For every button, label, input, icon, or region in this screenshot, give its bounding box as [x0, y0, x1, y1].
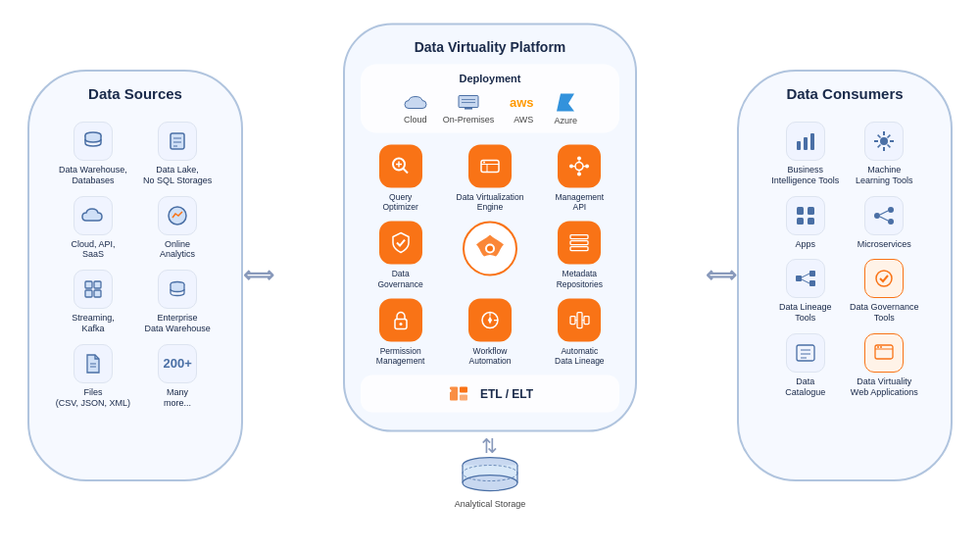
vertical-arrows: ⇅	[481, 436, 498, 456]
svg-rect-51	[450, 387, 458, 401]
storage-icon	[456, 456, 524, 499]
svg-rect-66	[808, 207, 814, 215]
enterprise-dw-icon	[158, 270, 197, 309]
svg-text:aws: aws	[510, 95, 534, 110]
deploy-azure: Azure	[553, 92, 578, 125]
list-item: MachineLearning Tools	[850, 122, 919, 186]
data-virtualization-icon	[468, 145, 512, 188]
deploy-cloud-label: Cloud	[404, 115, 427, 125]
feature-label: Data VirtualizationEngine	[457, 192, 524, 212]
feature-label: QueryOptimizer	[382, 192, 417, 212]
platform-container: Data Virtuality Platform Deployment Clou…	[343, 24, 637, 509]
svg-rect-75	[809, 271, 815, 276]
list-item: DataCatalogue	[770, 333, 840, 398]
svg-point-54	[448, 389, 451, 392]
bi-tools-icon	[786, 122, 825, 161]
feature-workflow: WorkflowAutomation	[450, 298, 529, 365]
management-api-icon	[558, 145, 601, 188]
feature-label: MetadataRepositories	[557, 269, 603, 288]
storage-label: Analytical Storage	[455, 499, 526, 509]
svg-rect-65	[797, 207, 804, 215]
consumer-item-label: Data LineageTools	[779, 302, 832, 324]
list-item: Data GovernanceTools	[850, 259, 919, 324]
svg-point-31	[585, 165, 589, 169]
source-item-label: EnterpriseData Warehouse	[144, 313, 210, 334]
source-item-label: Data Warehouse,Databases	[59, 165, 127, 186]
list-item: Data Lake,No SQL Storages	[140, 122, 215, 186]
web-apps-icon	[864, 333, 904, 373]
svg-line-72	[880, 211, 888, 215]
streaming-icon	[74, 270, 113, 309]
svg-point-28	[577, 157, 581, 161]
data-catalogue-icon	[786, 333, 825, 373]
analytics-icon	[158, 196, 197, 235]
permission-icon	[379, 298, 422, 341]
feature-label: ManagementAPI	[556, 192, 605, 212]
deployment-title: Deployment	[460, 73, 521, 84]
svg-point-86	[877, 346, 879, 348]
center-logo-icon	[463, 222, 517, 276]
arrow-symbol: ⟺	[243, 263, 274, 288]
svg-rect-68	[808, 218, 814, 225]
metadata-icon	[558, 222, 601, 265]
data-lineage-icon	[786, 259, 825, 298]
svg-rect-53	[460, 395, 467, 401]
source-grid: Data Warehouse,Databases Data Lake,No SQ…	[40, 114, 230, 416]
etl-label: ETL / ELT	[480, 387, 533, 401]
list-item: 200+ Manymore...	[140, 344, 215, 409]
ml-tools-icon	[864, 122, 904, 161]
svg-rect-67	[797, 218, 804, 225]
svg-point-71	[888, 219, 894, 225]
deployment-section: Deployment Cloud	[361, 65, 619, 133]
data-governance-icon	[379, 222, 422, 265]
list-item: Microservices	[850, 196, 919, 250]
list-item: BusinessIntelligence Tools	[770, 122, 840, 186]
feature-auto-lineage: AutomaticData Lineage	[540, 298, 619, 365]
svg-rect-63	[810, 133, 814, 150]
platform-title: Data Virtuality Platform	[415, 39, 566, 55]
svg-rect-1	[171, 133, 184, 149]
list-item: Streaming,Kafka	[56, 270, 130, 334]
svg-point-30	[569, 165, 573, 169]
left-pill-title: Data Sources	[78, 85, 192, 102]
etl-section: ETL / ELT	[361, 376, 619, 413]
svg-line-73	[880, 217, 888, 221]
svg-rect-39	[570, 241, 588, 245]
database-icon	[74, 122, 113, 161]
microservices-icon	[864, 196, 904, 235]
right-arrow: ⟺	[706, 263, 737, 288]
svg-point-79	[876, 271, 892, 286]
deploy-on-premises: On-Premises	[443, 93, 495, 125]
svg-point-70	[888, 207, 894, 213]
consumer-item-label: Apps	[795, 239, 815, 250]
svg-rect-16	[465, 108, 472, 110]
svg-point-29	[577, 173, 581, 176]
feature-label: AutomaticData Lineage	[555, 345, 605, 365]
right-pill: Data Consumers BusinessIntelligence Tool…	[737, 70, 953, 481]
list-item: OnlineAnalytics	[140, 196, 215, 261]
deploy-aws-label: AWS	[514, 115, 533, 125]
source-item-label: OnlineAnalytics	[160, 239, 195, 261]
source-item-label: Data Lake,No SQL Storages	[143, 165, 212, 186]
auto-lineage-icon	[558, 298, 601, 341]
etl-icon	[447, 383, 472, 405]
feature-management-api: ManagementAPI	[540, 145, 619, 212]
svg-point-42	[399, 323, 402, 326]
svg-marker-18	[557, 94, 574, 112]
svg-rect-76	[809, 280, 815, 286]
svg-point-26	[483, 162, 485, 164]
svg-rect-74	[796, 276, 802, 281]
source-item-label: Manymore...	[164, 387, 191, 409]
feature-center-logo	[450, 222, 529, 288]
bottom-connector: ⇅ Analytical Storage	[455, 436, 526, 509]
list-item: Data Warehouse,Databases	[56, 122, 130, 186]
list-item: Cloud, API,SaaS	[56, 196, 130, 261]
svg-rect-13	[459, 96, 478, 108]
list-item: EnterpriseData Warehouse	[140, 270, 215, 334]
consumer-item-label: Data GovernanceTools	[850, 302, 919, 324]
feature-metadata: MetadataRepositories	[540, 222, 619, 288]
svg-rect-61	[797, 141, 801, 150]
svg-point-37	[487, 246, 493, 252]
deploy-cloud: Cloud	[402, 93, 429, 125]
deploy-azure-label: Azure	[554, 116, 577, 125]
